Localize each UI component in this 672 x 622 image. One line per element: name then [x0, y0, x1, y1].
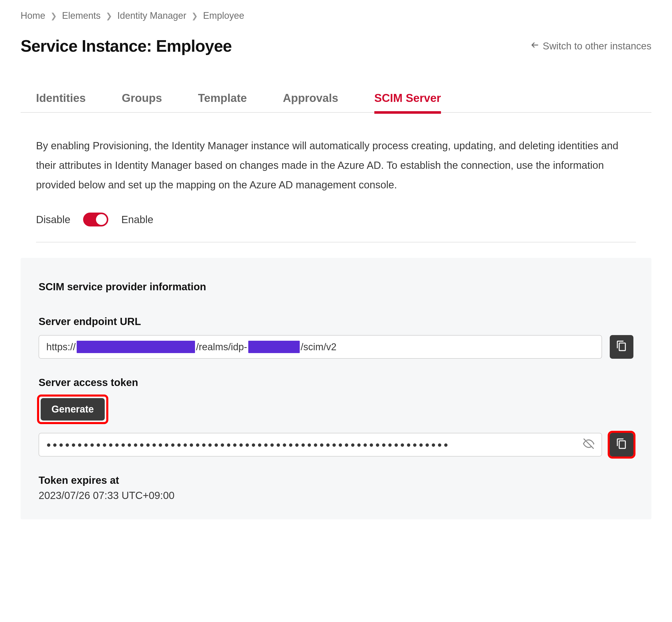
breadcrumb-link-home[interactable]: Home — [21, 10, 45, 21]
endpoint-url-label: Server endpoint URL — [39, 316, 633, 327]
tab-bar: Identities Groups Template Approvals SCI… — [21, 92, 651, 113]
tab-approvals[interactable]: Approvals — [283, 92, 338, 112]
copy-icon — [616, 438, 627, 451]
token-expires-value: 2023/07/26 07:33 UTC+09:00 — [39, 490, 633, 501]
toggle-enable-label: Enable — [121, 214, 153, 226]
scim-card-title: SCIM service provider information — [39, 281, 633, 292]
access-token-masked: ●●●●●●●●●●●●●●●●●●●●●●●●●●●●●●●●●●●●●●●●… — [46, 440, 583, 449]
chevron-right-icon: ❯ — [191, 11, 198, 20]
redacted-segment — [248, 341, 300, 353]
redacted-segment — [77, 341, 195, 353]
eye-off-icon[interactable] — [583, 438, 594, 452]
breadcrumb-link-elements[interactable]: Elements — [62, 10, 101, 21]
arrow-left-icon — [530, 41, 539, 52]
scim-info-card: SCIM service provider information Server… — [21, 258, 651, 519]
breadcrumb-link-employee[interactable]: Employee — [203, 10, 244, 21]
copy-icon — [616, 340, 627, 354]
toggle-knob — [96, 214, 107, 225]
generate-token-button[interactable]: Generate — [41, 398, 105, 420]
toggle-disable-label: Disable — [36, 214, 70, 226]
page-title: Service Instance: Employee — [21, 37, 232, 56]
copy-token-button[interactable] — [610, 433, 633, 456]
switch-instances-label: Switch to other instances — [543, 41, 651, 52]
endpoint-url-mid: /realms/idp- — [196, 342, 247, 352]
copy-endpoint-button[interactable] — [610, 335, 633, 359]
breadcrumb-link-identity-manager[interactable]: Identity Manager — [117, 10, 186, 21]
tab-groups[interactable]: Groups — [122, 92, 162, 112]
endpoint-url-input[interactable]: https:// /realms/idp- /scim/v2 — [39, 335, 602, 359]
access-token-label: Server access token — [39, 377, 633, 388]
scim-description: By enabling Provisioning, the Identity M… — [36, 136, 636, 195]
switch-instances-link[interactable]: Switch to other instances — [530, 41, 651, 52]
breadcrumb: Home ❯ Elements ❯ Identity Manager ❯ Emp… — [21, 10, 651, 21]
endpoint-url-prefix: https:// — [46, 342, 76, 352]
chevron-right-icon: ❯ — [50, 11, 57, 20]
tab-scim-server[interactable]: SCIM Server — [374, 92, 441, 114]
chevron-right-icon: ❯ — [106, 11, 112, 20]
token-expires-label: Token expires at — [39, 475, 633, 486]
provisioning-toggle[interactable] — [83, 213, 108, 227]
endpoint-url-suffix: /scim/v2 — [301, 342, 337, 352]
highlight-generate: Generate — [39, 396, 107, 422]
tab-template[interactable]: Template — [198, 92, 247, 112]
access-token-input[interactable]: ●●●●●●●●●●●●●●●●●●●●●●●●●●●●●●●●●●●●●●●●… — [39, 433, 602, 456]
tab-identities[interactable]: Identities — [36, 92, 86, 112]
provisioning-toggle-row: Disable Enable — [36, 213, 636, 242]
